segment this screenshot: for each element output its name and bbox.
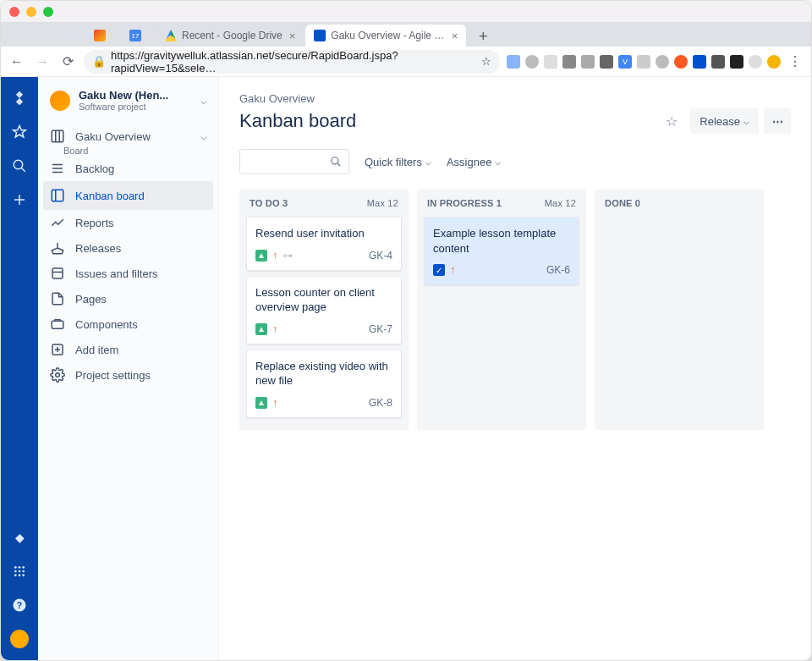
- search-icon[interactable]: [10, 157, 29, 175]
- sidebar-item-backlog[interactable]: Backlog: [38, 156, 218, 181]
- ext-icon[interactable]: [507, 55, 520, 69]
- url-bar: ← → ⟳ 🔒 https://gravitywelluk.atlassian.…: [1, 47, 811, 77]
- ext-icon[interactable]: [730, 55, 743, 69]
- rocket-icon[interactable]: ◆: [10, 528, 29, 547]
- card-title: Lesson counter on client overview page: [255, 285, 392, 315]
- sidebar-item-add-item[interactable]: Add item: [38, 337, 218, 362]
- ext-icon[interactable]: [749, 55, 762, 69]
- card[interactable]: Resend user invitation▲↑⊶GK-4: [246, 217, 402, 271]
- help-icon[interactable]: ?: [10, 596, 29, 614]
- column-header: TO DO 3Max 12: [246, 196, 402, 217]
- ext-icon[interactable]: [711, 55, 725, 69]
- forward-button[interactable]: →: [33, 52, 52, 71]
- back-button[interactable]: ←: [8, 52, 26, 71]
- project-subtitle: Software project: [79, 102, 192, 112]
- svg-point-11: [19, 574, 21, 576]
- card[interactable]: Example lesson template content✓↑GK-6: [424, 217, 579, 285]
- ext-icon[interactable]: [562, 55, 576, 69]
- search-input[interactable]: [239, 149, 349, 174]
- close-tab-icon[interactable]: ×: [452, 30, 458, 42]
- svg-rect-15: [52, 130, 63, 142]
- svg-line-1: [21, 168, 25, 172]
- url-field[interactable]: 🔒 https://gravitywelluk.atlassian.net/se…: [84, 50, 500, 74]
- link-icon: ⊶: [283, 250, 293, 262]
- avatar-icon[interactable]: [10, 630, 29, 648]
- star-button[interactable]: ☆: [658, 108, 685, 134]
- url-text: https://gravitywelluk.atlassian.net/secu…: [111, 49, 481, 74]
- sidebar-item-pages[interactable]: Pages: [38, 286, 218, 311]
- more-button[interactable]: ⋯: [764, 108, 791, 134]
- svg-point-29: [56, 373, 60, 377]
- ext-icon[interactable]: [600, 55, 613, 69]
- release-button[interactable]: Release⌵: [690, 108, 759, 134]
- create-icon[interactable]: [10, 190, 29, 209]
- extensions: V ⋮: [507, 52, 804, 71]
- ext-icon[interactable]: [637, 55, 650, 69]
- svg-point-0: [14, 160, 23, 169]
- svg-point-9: [22, 570, 25, 573]
- browser-tab[interactable]: Recent - Google Drive×: [156, 25, 304, 47]
- sidebar-item-label: Kanban board: [75, 190, 206, 202]
- backlog-icon: [50, 161, 65, 176]
- components-icon: [50, 317, 65, 332]
- ext-icon[interactable]: [674, 55, 688, 69]
- breadcrumb[interactable]: Gaku Overview: [239, 92, 791, 105]
- svg-point-6: [22, 566, 25, 569]
- kanban-board: TO DO 3Max 12Resend user invitation▲↑⊶GK…: [239, 190, 791, 430]
- sidebar-item-issues-and-filters[interactable]: Issues and filters: [38, 261, 218, 286]
- column-in-progress: IN PROGRESS 1Max 12Example lesson templa…: [417, 190, 586, 430]
- ext-icon[interactable]: [656, 55, 669, 69]
- sidebar-item-reports[interactable]: Reports: [38, 210, 218, 235]
- reload-button[interactable]: ⟳: [58, 52, 77, 71]
- ext-icon[interactable]: [525, 55, 539, 69]
- svg-point-4: [14, 566, 17, 569]
- chrome-menu[interactable]: ⋮: [786, 52, 804, 71]
- sidebar-item-label: Gaku Overview: [75, 130, 190, 143]
- board-icon: [50, 129, 65, 144]
- priority-icon: ↑: [272, 323, 277, 335]
- ship-icon: [50, 240, 65, 256]
- filter-row: Quick filters⌵ Assignee⌵: [239, 149, 791, 174]
- ext-icon[interactable]: [693, 55, 706, 69]
- ext-icon[interactable]: V: [618, 55, 632, 69]
- card-title: Replace existing video with new file: [255, 359, 392, 388]
- apps-icon[interactable]: [10, 562, 29, 581]
- column-done: DONE 0: [595, 190, 764, 430]
- max-dot[interactable]: [43, 7, 53, 17]
- min-dot[interactable]: [26, 7, 36, 17]
- card-key: GK-4: [369, 250, 392, 262]
- browser-tab[interactable]: 17: [121, 25, 155, 47]
- sidebar-item-label: Add item: [75, 344, 206, 356]
- sidebar-item-kanban-board[interactable]: Kanban board: [43, 181, 213, 210]
- sidebar-item-label: Pages: [75, 293, 206, 306]
- reports-icon: [50, 215, 65, 230]
- assignee-filter[interactable]: Assignee⌵: [447, 156, 501, 168]
- mac-titlebar: [1, 1, 811, 23]
- quick-filters[interactable]: Quick filters⌵: [365, 156, 431, 168]
- ext-icon[interactable]: [581, 55, 595, 69]
- chevron-down-icon: ⌵: [200, 95, 206, 107]
- sidebar-item-releases[interactable]: Releases: [38, 235, 218, 261]
- browser-tab[interactable]: Gaku Overview - Agile Board - ×: [305, 25, 466, 47]
- priority-icon: ↑: [272, 250, 277, 262]
- project-switcher[interactable]: Gaku New (Hen... Software project ⌵: [38, 89, 218, 124]
- card-title: Example lesson template content: [433, 226, 570, 256]
- card[interactable]: Lesson counter on client overview page▲↑…: [246, 276, 402, 344]
- sidebar-item-project-settings[interactable]: Project settings: [38, 362, 218, 388]
- column-header: DONE 0: [601, 196, 757, 217]
- card[interactable]: Replace existing video with new file▲↑GK…: [246, 350, 402, 418]
- close-dot[interactable]: [9, 7, 19, 17]
- svg-point-7: [14, 570, 17, 573]
- story-icon: ▲: [255, 397, 267, 409]
- jira-icon[interactable]: [10, 89, 29, 107]
- ext-icon[interactable]: [544, 55, 557, 69]
- sidebar-item-components[interactable]: Components: [38, 311, 218, 337]
- browser-tab[interactable]: [85, 25, 119, 47]
- close-tab-icon[interactable]: ×: [289, 30, 296, 42]
- profile-avatar[interactable]: [767, 55, 781, 69]
- star-icon[interactable]: [10, 123, 29, 141]
- new-tab-button[interactable]: +: [473, 26, 493, 47]
- sidebar-item-label: Project settings: [75, 369, 206, 382]
- settings-icon: [50, 367, 65, 383]
- kanban-icon: [50, 188, 65, 203]
